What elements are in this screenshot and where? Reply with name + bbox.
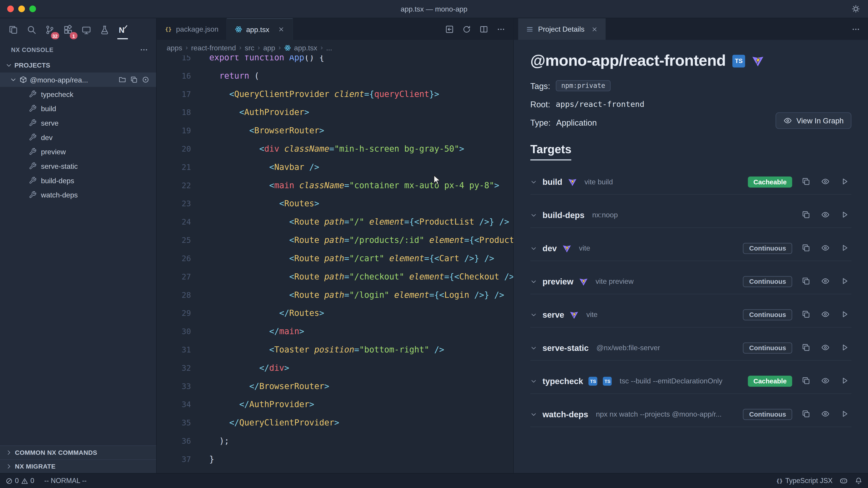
copy-task-button[interactable] <box>802 409 811 419</box>
target-actions: Cacheable <box>748 176 851 187</box>
source-control-activity-button[interactable]: 32 <box>41 20 58 40</box>
target-row-serve-static[interactable]: serve-static@nx/web:file-serverContinuou… <box>530 335 851 361</box>
sidebar-more-actions-icon[interactable] <box>140 45 148 54</box>
section-nx-migrate[interactable]: NX MIGRATE <box>0 459 156 473</box>
copy-icon <box>802 276 810 285</box>
target-row-build-deps[interactable]: build-depsnx:noop <box>530 202 851 228</box>
expand-target-icon[interactable] <box>530 311 537 318</box>
root-value: apps/react-frontend <box>556 100 644 108</box>
sidebar-target-build[interactable]: build <box>0 101 156 116</box>
folder-icon[interactable] <box>119 76 126 84</box>
copy-task-button[interactable] <box>802 177 811 187</box>
sidebar-target-typecheck[interactable]: typecheck <box>0 87 156 101</box>
copy-task-button[interactable] <box>802 310 811 320</box>
split-editor-icon[interactable] <box>479 25 488 33</box>
explorer-activity-button[interactable] <box>4 20 22 40</box>
refresh-icon[interactable] <box>462 25 471 33</box>
view-task-details-button[interactable] <box>821 177 831 187</box>
expand-target-icon[interactable] <box>530 178 537 185</box>
search-activity-button[interactable] <box>23 20 40 40</box>
sidebar-target-serve[interactable]: serve <box>0 116 156 130</box>
run-task-button[interactable] <box>840 343 850 353</box>
problems-indicator[interactable]: 0 0 <box>5 477 34 485</box>
more-icon[interactable] <box>497 25 505 33</box>
tab-app-tsx[interactable]: app.tsx <box>227 18 292 40</box>
tree-item-project[interactable]: @mono-app/rea... <box>0 72 156 87</box>
breadcrumb-item-app-tsx[interactable]: app.tsx <box>284 43 317 52</box>
language-indicator[interactable]: {} TypeScript JSX <box>775 477 833 485</box>
code-editor[interactable]: 15export function App() {16 return (17 <… <box>157 55 513 473</box>
run-task-button[interactable] <box>840 310 850 320</box>
breadcrumb-item-app[interactable]: app <box>263 43 275 52</box>
copy-task-button[interactable] <box>802 343 811 353</box>
target-row-serve[interactable]: serveviteContinuous <box>530 302 851 328</box>
play-icon <box>840 210 849 219</box>
sidebar-target-watch-deps[interactable]: watch-deps <box>0 188 156 202</box>
expand-target-icon[interactable] <box>530 344 537 351</box>
target-actions: Continuous <box>743 276 851 287</box>
nx-activity-button[interactable]: N <box>114 20 131 40</box>
view-task-details-button[interactable] <box>821 409 831 419</box>
settings-gear-icon[interactable] <box>851 4 860 13</box>
expand-target-icon[interactable] <box>530 411 537 417</box>
view-task-details-button[interactable] <box>821 210 831 220</box>
expand-target-icon[interactable] <box>530 378 537 384</box>
close-panel-icon[interactable] <box>591 26 598 32</box>
vite-icon <box>568 177 577 186</box>
view-task-details-button[interactable] <box>821 243 831 253</box>
run-task-button[interactable] <box>840 243 850 253</box>
breadcrumb-item--[interactable]: ... <box>326 43 332 52</box>
tab-project-details[interactable]: Project Details <box>518 18 605 40</box>
expand-target-icon[interactable] <box>530 212 537 218</box>
breadcrumb-item-react-frontend[interactable]: react-frontend <box>191 43 236 52</box>
copy-task-button[interactable] <box>802 210 811 220</box>
expand-target-icon[interactable] <box>530 278 537 285</box>
target-icon[interactable] <box>142 76 149 84</box>
view-task-details-button[interactable] <box>821 276 831 286</box>
run-task-button[interactable] <box>840 276 850 286</box>
target-row-typecheck[interactable]: typecheckTSTStsc --build --emitDeclarati… <box>530 368 851 394</box>
panel-more-actions-icon[interactable] <box>851 25 860 33</box>
tab-package-json[interactable]: {}package.json <box>157 18 227 40</box>
view-in-graph-button[interactable]: View In Graph <box>775 112 851 129</box>
extensions-activity-button[interactable]: 1 <box>59 20 76 40</box>
code-text: <Routes> <box>191 198 319 208</box>
target-row-preview[interactable]: previewvite previewContinuous <box>530 269 851 294</box>
zoom-window-button[interactable] <box>29 5 36 12</box>
copilot-icon[interactable] <box>839 477 848 485</box>
copy-icon[interactable] <box>130 76 138 84</box>
copy-icon <box>802 376 810 385</box>
expand-target-icon[interactable] <box>530 245 537 252</box>
close-window-button[interactable] <box>7 5 14 12</box>
remote-activity-button[interactable] <box>78 20 95 40</box>
run-task-button[interactable] <box>840 210 850 220</box>
run-task-button[interactable] <box>840 376 850 386</box>
sidebar-target-dev[interactable]: dev <box>0 130 156 144</box>
target-label: typecheck <box>41 90 73 98</box>
run-task-button[interactable] <box>840 177 850 187</box>
sidebar-target-serve-static[interactable]: serve-static <box>0 159 156 173</box>
minimize-window-button[interactable] <box>18 5 25 12</box>
target-actions: Continuous <box>743 409 851 420</box>
sidebar-target-build-deps[interactable]: build-deps <box>0 173 156 188</box>
copy-task-button[interactable] <box>802 243 811 253</box>
run-task-button[interactable] <box>840 409 850 419</box>
tree-section-projects[interactable]: PROJECTS <box>0 58 156 72</box>
notifications-bell-icon[interactable] <box>855 477 862 485</box>
breadcrumb-item-src[interactable]: src <box>245 43 254 52</box>
view-task-details-button[interactable] <box>821 310 831 320</box>
sidebar-target-preview[interactable]: preview <box>0 144 156 159</box>
view-task-details-button[interactable] <box>821 376 831 386</box>
svg-text:{}: {} <box>776 478 782 484</box>
copy-task-button[interactable] <box>802 276 811 286</box>
beaker-activity-button[interactable] <box>96 20 113 40</box>
close-tab-icon[interactable] <box>278 26 284 33</box>
target-row-watch-deps[interactable]: watch-depsnpx nx watch --projects @mono-… <box>530 402 851 427</box>
copy-task-button[interactable] <box>802 376 811 386</box>
section-common-nx-commands[interactable]: COMMON NX COMMANDS <box>0 445 156 459</box>
breadcrumb-item-apps[interactable]: apps <box>166 43 182 52</box>
target-row-build[interactable]: buildvite buildCacheable <box>530 169 851 195</box>
target-row-dev[interactable]: devviteContinuous <box>530 236 851 261</box>
view-task-details-button[interactable] <box>821 343 831 353</box>
open-changes-icon[interactable] <box>445 25 454 33</box>
